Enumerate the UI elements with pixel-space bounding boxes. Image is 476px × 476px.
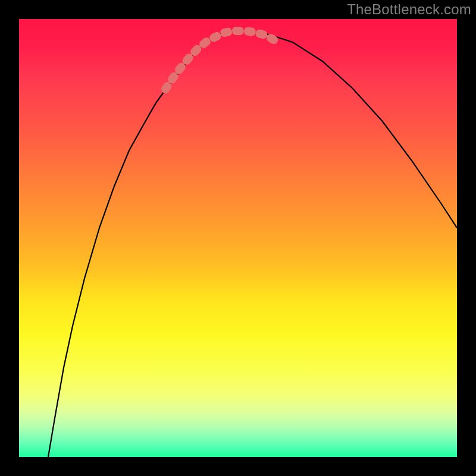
- chart-svg: [19, 19, 457, 457]
- highlighted-segment: [165, 31, 275, 89]
- plot-area: [19, 19, 457, 457]
- watermark-text: TheBottleneck.com: [347, 1, 471, 18]
- bottleneck-curve: [48, 31, 457, 457]
- chart-container: TheBottleneck.com: [0, 0, 476, 476]
